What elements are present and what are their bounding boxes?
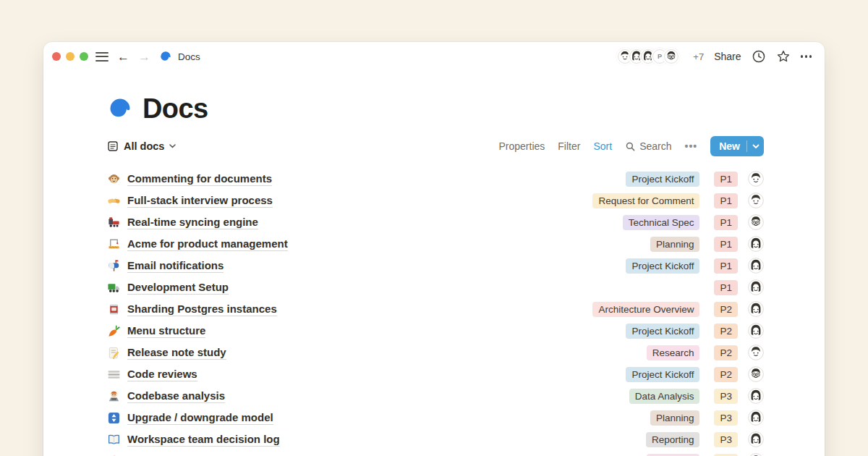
memo-icon [107,346,121,360]
doc-title-link[interactable]: Acme for product management [127,237,288,251]
titlebar-right: P +7 Share [616,48,812,65]
titlebar: ← → Docs P +7 Share [43,42,825,71]
priority-tag[interactable]: P3 [714,410,738,426]
woman-sketch-avatar[interactable] [748,279,764,295]
glasses-sketch-avatar[interactable] [748,214,764,230]
man-sketch-avatar[interactable] [748,453,764,456]
doc-row[interactable]: Development SetupP1 [107,276,764,298]
technologist-icon [107,389,121,403]
category-tag[interactable]: Research [647,345,700,360]
doc-title-link[interactable]: Upgrade / downgrade model [127,410,273,425]
doc-title-link[interactable]: Release note study [127,345,226,360]
up-down-arrows-icon [107,411,121,425]
priority-tag[interactable]: P2 [714,324,738,339]
monkey-icon [107,172,121,186]
titlebar-left: ← → Docs [95,50,200,63]
doc-row[interactable]: Workspace team decision logReportingP3 [107,428,764,450]
doc-title-link[interactable]: Workspace team decision log [127,432,280,447]
spiral-logo-icon [159,50,172,63]
priority-tag[interactable]: P1 [714,258,738,274]
doc-row[interactable]: Menu structureProject KickoffP2 [107,320,764,342]
forward-arrow-icon[interactable]: → [138,51,150,63]
priority-tag[interactable]: P1 [714,280,738,295]
share-button[interactable]: Share [714,51,741,62]
doc-row[interactable]: Performance review feedbackResearchP3 [107,450,764,456]
doc-row[interactable]: Email notificationsProject KickoffP1 [107,255,764,276]
priority-tag[interactable]: P1 [714,193,738,208]
glasses-sketch-avatar[interactable] [748,366,764,382]
woman-sketch-avatar[interactable] [748,410,764,426]
more-dots-icon[interactable] [801,55,812,58]
priority-tag[interactable]: P1 [714,215,738,230]
doc-row[interactable]: Sharding Postgres instancesArchitecture … [107,298,764,320]
category-tag[interactable]: Project Kickoff [626,324,699,339]
doc-title-link[interactable]: Codebase analysis [127,389,225,403]
category-tag[interactable]: Project Kickoff [626,367,699,382]
traffic-lights [52,52,88,61]
star-icon[interactable] [776,49,791,64]
category-tag[interactable]: Project Kickoff [626,172,699,187]
priority-tag[interactable]: P3 [714,432,738,447]
glasses-sketch-avatar[interactable] [663,48,680,65]
view-more-dots-icon[interactable]: ••• [684,140,697,152]
priority-tag[interactable]: P2 [714,302,738,317]
history-clock-icon[interactable] [752,49,766,64]
doc-row[interactable]: Release note studyResearchP2 [107,342,764,363]
doc-title-link[interactable]: Menu structure [127,324,205,338]
priority-tag[interactable]: P1 [714,237,738,252]
doc-row[interactable]: Real-time syncing engineTechnical SpecP1 [107,211,764,233]
avatar-overflow-count[interactable]: +7 [693,51,704,62]
search-button[interactable]: Search [625,140,671,152]
priority-tag[interactable]: P2 [714,345,738,360]
doc-row[interactable]: Full-stack interview processRequest for … [107,190,764,211]
new-dropdown-chevron-icon[interactable] [752,144,760,149]
man-sketch-avatar[interactable] [748,193,764,208]
hamburger-menu-icon[interactable] [95,52,109,62]
new-button[interactable]: New [710,136,764,156]
doc-title-link[interactable]: Full-stack interview process [127,193,273,208]
category-tag[interactable]: Technical Spec [623,215,700,230]
priority-tag[interactable]: P2 [714,367,738,382]
filter-button[interactable]: Filter [558,140,580,152]
doc-title-link[interactable]: Development Setup [127,280,229,295]
close-button[interactable] [52,52,61,61]
man-sketch-avatar[interactable] [748,171,764,187]
doc-title-link[interactable]: Sharding Postgres instances [127,302,277,316]
woman-sketch-avatar[interactable] [748,431,764,447]
woman-sketch-avatar[interactable] [748,301,764,317]
doc-title-link[interactable]: Code reviews [127,367,197,381]
category-tag[interactable]: Project Kickoff [626,258,699,274]
doc-row[interactable]: Commenting for documentsProject KickoffP… [107,168,764,190]
priority-tag[interactable]: P3 [714,454,738,456]
doc-title-link[interactable]: Email notifications [127,258,224,273]
doc-row[interactable]: Acme for product managementPlanningP1 [107,233,764,255]
category-tag[interactable]: Request for Comment [592,193,699,208]
doc-row[interactable]: Codebase analysisData AnalysisP3 [107,385,764,407]
woman-sketch-avatar[interactable] [748,388,764,404]
doc-row[interactable]: Code reviewsProject KickoffP2 [107,363,764,385]
priority-tag[interactable]: P1 [714,172,738,187]
avatar-stack[interactable]: P [616,48,680,65]
category-tag[interactable]: Data Analysis [629,389,700,404]
svg-text:P: P [658,53,662,60]
category-tag[interactable]: Architecture Overview [592,302,699,317]
back-arrow-icon[interactable]: ← [117,51,129,63]
doc-title-link[interactable]: Real-time syncing engine [127,215,258,229]
category-tag[interactable]: Reporting [646,432,700,447]
category-tag[interactable]: Research [647,454,700,456]
view-switcher[interactable]: All docs [107,140,176,152]
headphones-sketch-avatar[interactable] [748,236,764,252]
headphones-sketch-avatar[interactable] [748,323,764,339]
minimize-button[interactable] [66,52,75,61]
sort-button[interactable]: Sort [593,140,612,152]
man-sketch-avatar[interactable] [748,345,764,360]
priority-tag[interactable]: P3 [714,389,738,404]
doc-row[interactable]: Upgrade / downgrade modelPlanningP3 [107,407,764,428]
zoom-button[interactable] [80,52,88,61]
doc-title-link[interactable]: Commenting for documents [127,172,272,186]
category-tag[interactable]: Planning [650,237,700,252]
woman-sketch-avatar[interactable] [748,258,764,274]
properties-button[interactable]: Properties [499,140,545,152]
row-properties: ReportingP3 [646,431,764,447]
category-tag[interactable]: Planning [650,410,700,426]
